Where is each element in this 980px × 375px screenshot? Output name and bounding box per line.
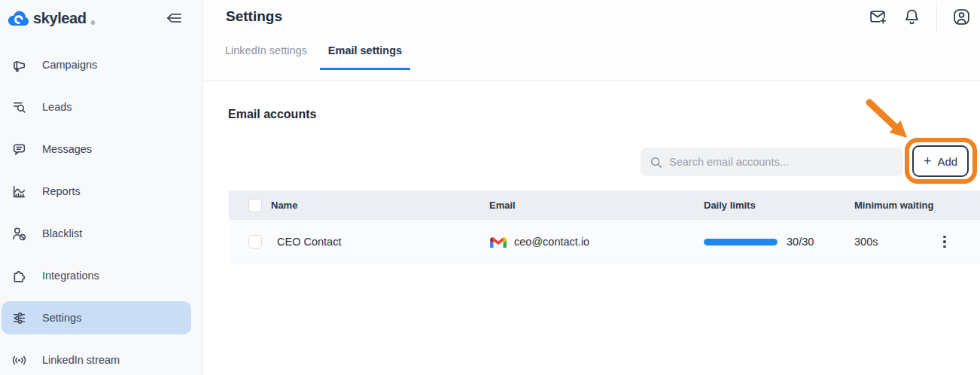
list-search-icon [11, 99, 26, 114]
plus-icon: + [924, 154, 932, 168]
sidebar-item-label: Blacklist [42, 227, 82, 239]
sidebar-item-label: Settings [42, 312, 81, 324]
message-icon [11, 142, 26, 157]
search-input[interactable] [669, 156, 894, 168]
collapse-sidebar-icon[interactable] [163, 9, 184, 27]
section-title: Email accounts [228, 108, 980, 121]
notifications-icon[interactable] [902, 8, 921, 26]
sidebar-item-reports[interactable]: Reports [2, 175, 191, 208]
row-cell-daily-limits: 30/30 [704, 236, 854, 248]
table-row: CEO Contact ceo@contact.io 30/3 [229, 220, 980, 264]
sidebar-nav: Campaigns Leads Messages [0, 48, 202, 375]
broadcast-icon [11, 352, 26, 367]
row-cell-email: ceo@contact.io [489, 235, 704, 248]
add-button[interactable]: + Add [912, 145, 969, 177]
header-cell-minimum-waiting: Minimum waiting [854, 200, 939, 211]
sidebar-item-blacklist[interactable]: Blacklist [2, 217, 191, 250]
logo-row: skylead ® [0, 0, 202, 33]
sidebar-item-linkedin-stream[interactable]: LinkedIn stream [2, 343, 191, 375]
daily-limit-progress-bar [704, 239, 778, 245]
header-cell-email: Email [489, 200, 704, 211]
table-header-row: Name Email Daily limits Minimum waiting [229, 191, 980, 220]
row-cell-minimum-waiting: 300s [854, 236, 939, 248]
header-cell-checkbox [229, 199, 271, 212]
sidebar-item-label: Leads [42, 101, 72, 113]
email-accounts-table: Name Email Daily limits Minimum waiting … [229, 191, 980, 264]
row-cell-actions [939, 233, 980, 252]
app-window: skylead ® Campaigns [0, 0, 980, 375]
topbar-divider [936, 2, 937, 31]
search-icon [650, 156, 662, 169]
daily-limit-value: 30/30 [787, 236, 814, 248]
puzzle-icon [11, 268, 26, 283]
tab-linkedin-settings[interactable]: LinkedIn settings [217, 33, 315, 70]
select-all-checkbox[interactable] [248, 199, 262, 212]
sidebar-item-messages[interactable]: Messages [2, 133, 191, 166]
daily-limit-progress-fill [704, 239, 778, 245]
megaphone-icon [11, 57, 26, 72]
row-checkbox[interactable] [248, 235, 262, 248]
sidebar-item-label: LinkedIn stream [42, 354, 120, 366]
row-cell-name: CEO Contact [271, 236, 489, 248]
gmail-icon [489, 235, 507, 248]
new-message-icon[interactable] [869, 8, 887, 26]
chart-icon [11, 184, 26, 199]
profile-icon[interactable] [952, 8, 971, 26]
sidebar-item-label: Integrations [42, 270, 99, 282]
registered-mark: ® [91, 20, 96, 26]
header-cell-daily-limits: Daily limits [704, 200, 854, 211]
row-email-text: ceo@contact.io [514, 236, 589, 248]
sliders-icon [11, 310, 26, 325]
logo-text: skylead [33, 10, 87, 27]
highlight-arrow-annotation [862, 96, 918, 149]
sidebar-item-campaigns[interactable]: Campaigns [2, 48, 191, 81]
skylead-logo[interactable]: skylead ® [7, 9, 163, 28]
main-area: Settings [203, 0, 980, 375]
row-kebab-menu-icon[interactable] [939, 233, 951, 252]
tab-email-settings[interactable]: Email settings [320, 33, 410, 70]
sidebar-item-label: Messages [42, 143, 92, 155]
sidebar-item-leads[interactable]: Leads [2, 90, 191, 123]
search-email-accounts-box[interactable] [641, 148, 903, 176]
sidebar-item-label: Reports [42, 185, 81, 197]
tab-bar: LinkedIn settings Email settings [203, 33, 980, 81]
sidebar: skylead ® Campaigns [0, 0, 203, 375]
row-cell-checkbox [229, 235, 271, 248]
page-title: Settings [226, 8, 869, 25]
sidebar-item-settings[interactable]: Settings [2, 301, 191, 334]
topbar: Settings [203, 0, 980, 33]
sidebar-item-integrations[interactable]: Integrations [2, 259, 191, 292]
add-button-label: Add [937, 155, 957, 168]
user-block-icon [11, 226, 26, 241]
header-cell-name: Name [271, 200, 489, 211]
skylead-cloud-icon [7, 9, 29, 28]
sidebar-item-label: Campaigns [42, 59, 97, 71]
topbar-icons [869, 2, 974, 31]
